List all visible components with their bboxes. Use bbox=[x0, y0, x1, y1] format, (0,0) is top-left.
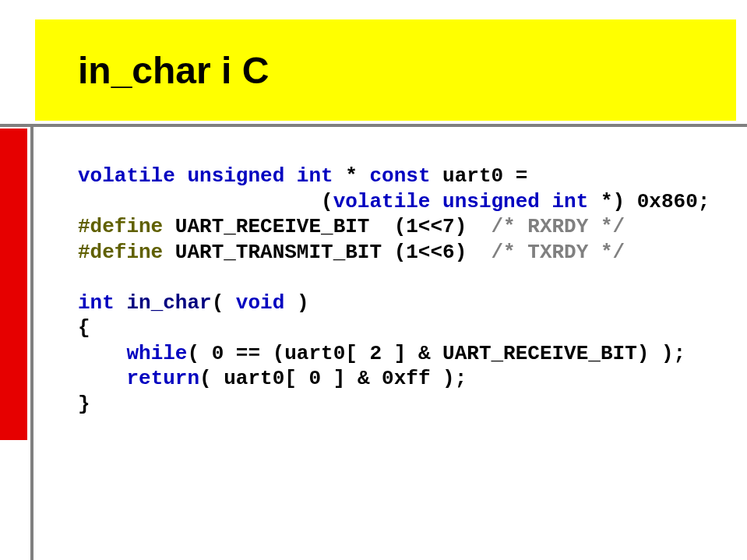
left-accent-bar bbox=[0, 129, 27, 440]
code-text: UART_TRANSMIT_BIT (1<<6) bbox=[163, 241, 491, 264]
code-text: ( bbox=[212, 291, 236, 315]
code-text: ) bbox=[284, 291, 308, 315]
code-function-name: in_char bbox=[126, 291, 211, 315]
code-text bbox=[78, 342, 126, 365]
code-keyword: void bbox=[236, 291, 284, 315]
code-text: ( bbox=[78, 190, 333, 213]
slide-title: in_char i C bbox=[78, 49, 269, 92]
code-preprocessor: #define bbox=[78, 215, 163, 238]
code-comment: /* TXRDY */ bbox=[492, 241, 625, 264]
code-keyword: return bbox=[126, 367, 199, 390]
code-text bbox=[115, 291, 127, 315]
slide-title-bar: in_char i C bbox=[35, 19, 736, 121]
code-keyword: volatile unsigned int bbox=[78, 164, 333, 188]
code-text: UART_RECEIVE_BIT (1<<7) bbox=[163, 215, 491, 238]
code-text: *) 0x860; bbox=[588, 190, 710, 213]
code-text: ( uart0[ 0 ] & 0xff ); bbox=[199, 367, 467, 390]
code-text: * bbox=[333, 164, 370, 188]
code-brace: { bbox=[78, 316, 90, 340]
code-preprocessor: #define bbox=[78, 241, 163, 264]
horizontal-divider bbox=[0, 124, 747, 127]
code-text: ( 0 == (uart0[ 2 ] & UART_RECEIVE_BIT) )… bbox=[187, 342, 685, 365]
code-keyword: volatile unsigned int bbox=[333, 190, 589, 213]
code-text bbox=[78, 367, 126, 390]
code-block: volatile unsigned int * const uart0 = (v… bbox=[78, 164, 717, 417]
code-text: uart0 = bbox=[430, 164, 527, 188]
code-keyword: const bbox=[369, 164, 430, 188]
code-brace: } bbox=[78, 393, 90, 416]
code-comment: /* RXRDY */ bbox=[492, 215, 625, 238]
code-keyword: while bbox=[126, 342, 187, 365]
code-keyword: int bbox=[78, 291, 115, 315]
vertical-divider bbox=[30, 124, 33, 560]
